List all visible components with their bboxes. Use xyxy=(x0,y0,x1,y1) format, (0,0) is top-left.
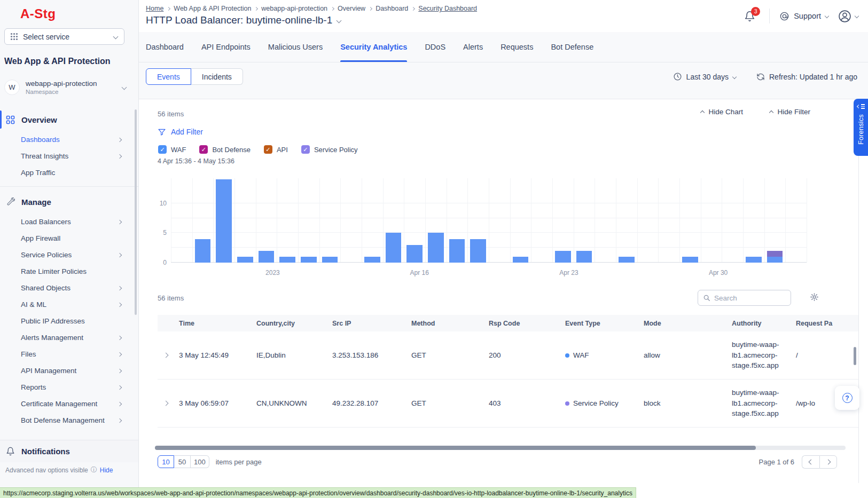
add-filter-button[interactable]: Add Filter xyxy=(158,128,203,136)
row-expand-icon[interactable] xyxy=(158,353,179,357)
chart-bar[interactable] xyxy=(682,257,698,263)
row-expand-icon[interactable] xyxy=(158,401,179,405)
sidebar-item-shared-objects[interactable]: Shared Objects xyxy=(0,280,138,296)
sidebar-item-bot-defense-management[interactable]: Bot Defense Management xyxy=(0,412,138,429)
tab-security-analytics[interactable]: Security Analytics xyxy=(340,32,407,62)
view-toggle-events[interactable]: Events xyxy=(146,68,191,85)
chart-bar[interactable] xyxy=(195,239,210,263)
chart-bar[interactable] xyxy=(470,239,486,263)
horizontal-scrollbar[interactable] xyxy=(155,446,846,450)
chart-bar[interactable] xyxy=(322,257,338,263)
title-dropdown-icon[interactable] xyxy=(337,18,342,23)
hide-filter-button[interactable]: Hide Filter xyxy=(770,108,810,116)
chart-bar[interactable] xyxy=(216,179,231,263)
sidebar-item-notifications[interactable]: Notifications xyxy=(0,440,138,462)
tab-alerts[interactable]: Alerts xyxy=(463,32,483,62)
sidebar-item-service-policies[interactable]: Service Policies xyxy=(0,247,138,263)
sidebar-item-load-balancers[interactable]: Load Balancers xyxy=(0,214,138,230)
breadcrumb-home[interactable]: Home xyxy=(146,5,163,12)
legend-item-waf[interactable]: ✓WAF xyxy=(158,145,186,154)
chart-bar[interactable] xyxy=(364,257,380,263)
time-range-selector[interactable]: Last 30 days xyxy=(673,72,736,81)
chart-bar[interactable] xyxy=(449,239,465,263)
sidebar-item-dashboards[interactable]: Dashboards xyxy=(0,131,138,148)
column-header-event-type[interactable]: Event Type xyxy=(565,320,644,327)
nav-section-manage[interactable]: Manage xyxy=(0,190,138,214)
hide-chart-button[interactable]: Hide Chart xyxy=(701,108,743,116)
per-page-option-10[interactable]: 10 xyxy=(158,455,174,468)
chart-bar[interactable] xyxy=(576,251,592,263)
previous-page-button[interactable] xyxy=(802,455,819,469)
nav-section-overview[interactable]: Overview xyxy=(0,108,138,131)
select-service-dropdown[interactable]: Select service xyxy=(4,28,124,45)
sidebar-item-public-ip-addresses[interactable]: Public IP Addresses xyxy=(0,313,138,329)
column-header-authority[interactable]: Authority xyxy=(732,320,796,327)
column-header-country-city[interactable]: Country,city xyxy=(256,320,332,327)
chart-bar[interactable] xyxy=(237,257,253,263)
chart-bar[interactable] xyxy=(386,233,401,263)
checkbox-checked-icon[interactable]: ✓ xyxy=(158,145,167,154)
breadcrumb-webapp-api-protection[interactable]: webapp-api-protection xyxy=(261,5,327,12)
account-menu[interactable] xyxy=(838,10,858,23)
chart-bar[interactable] xyxy=(555,251,570,263)
table-settings-gear-icon[interactable] xyxy=(810,293,819,302)
column-header-request-pa[interactable]: Request Pa xyxy=(796,320,859,327)
chart-bar[interactable] xyxy=(406,245,422,263)
table-row[interactable]: 3 May 06:59:07CN,UNKNOWN49.232.28.107GET… xyxy=(158,380,859,428)
column-header-mode[interactable]: Mode xyxy=(644,320,732,327)
tab-dashboard[interactable]: Dashboard xyxy=(146,32,184,62)
search-input[interactable] xyxy=(714,294,809,302)
support-menu[interactable]: Support xyxy=(779,11,828,21)
vertical-scrollbar-thumb[interactable] xyxy=(854,347,856,365)
horizontal-scrollbar-thumb[interactable] xyxy=(155,446,756,450)
forensics-panel-tab[interactable]: Forensics xyxy=(854,99,868,156)
column-header-time[interactable]: Time xyxy=(179,320,256,327)
tab-bot-defense[interactable]: Bot Defense xyxy=(551,32,593,62)
sidebar-item-threat-insights[interactable]: Threat Insights xyxy=(0,148,138,164)
hide-advanced-nav-link[interactable]: Hide xyxy=(100,467,113,474)
sidebar-item-ai-ml[interactable]: AI & ML xyxy=(0,296,138,313)
chart-bar[interactable] xyxy=(767,251,783,257)
chart-bar[interactable] xyxy=(746,257,761,263)
chart-bar[interactable] xyxy=(259,251,274,263)
checkbox-checked-icon[interactable]: ✓ xyxy=(199,145,208,154)
chart-bar[interactable] xyxy=(619,257,634,263)
namespace-selector[interactable]: W webapp-api-protection Namespace xyxy=(4,76,132,98)
legend-item-bot-defense[interactable]: ✓Bot Defense xyxy=(199,145,251,154)
sidebar-item-reports[interactable]: Reports xyxy=(0,379,138,396)
sidebar-item-app-traffic[interactable]: App Traffic xyxy=(0,164,138,181)
legend-item-service-policy[interactable]: ✓Service Policy xyxy=(301,145,358,154)
table-row[interactable]: 3 May 12:45:49IE,Dublin3.253.153.186GET2… xyxy=(158,331,859,380)
sidebar-item-files[interactable]: Files xyxy=(0,346,138,362)
tab-ddos[interactable]: DDoS xyxy=(425,32,445,62)
per-page-option-50[interactable]: 50 xyxy=(174,455,191,468)
column-header-method[interactable]: Method xyxy=(411,320,489,327)
chart-bar[interactable] xyxy=(428,233,443,263)
sidebar-scrollbar[interactable] xyxy=(135,109,137,315)
column-header-src-ip[interactable]: Src IP xyxy=(332,320,411,327)
chart-bar[interactable] xyxy=(301,257,316,263)
breadcrumb-web-app-api-protection[interactable]: Web App & API Protection xyxy=(174,5,251,12)
tab-requests[interactable]: Requests xyxy=(501,32,533,62)
breadcrumb-security-dashboard[interactable]: Security Dashboard xyxy=(418,5,477,12)
next-page-button[interactable] xyxy=(819,455,837,469)
legend-item-api[interactable]: ✓API xyxy=(264,145,288,154)
chart-bar[interactable] xyxy=(513,257,528,263)
breadcrumb-dashboard[interactable]: Dashboard xyxy=(376,5,408,12)
tab-malicious-users[interactable]: Malicious Users xyxy=(268,32,323,62)
chart-bar[interactable] xyxy=(279,257,295,263)
sidebar-item-certificate-management[interactable]: Certificate Management xyxy=(0,396,138,412)
chart-bar[interactable] xyxy=(767,257,783,263)
refresh-control[interactable]: Refresh: Updated 1 hr ago xyxy=(756,73,857,81)
sidebar-item-rate-limiter-policies[interactable]: Rate Limiter Policies xyxy=(0,263,138,280)
notifications-bell-button[interactable]: 3 xyxy=(744,11,755,22)
column-header-rsp-code[interactable]: Rsp Code xyxy=(489,320,565,327)
tab-api-endpoints[interactable]: API Endpoints xyxy=(201,32,251,62)
sidebar-item-alerts-management[interactable]: Alerts Management xyxy=(0,329,138,346)
checkbox-checked-icon[interactable]: ✓ xyxy=(264,145,272,154)
checkbox-checked-icon[interactable]: ✓ xyxy=(301,145,310,154)
sidebar-item-api-management[interactable]: API Management xyxy=(0,362,138,379)
breadcrumb-overview[interactable]: Overview xyxy=(338,5,365,12)
help-button[interactable]: ? xyxy=(835,386,859,410)
sidebar-item-app-firewall[interactable]: App Firewall xyxy=(0,230,138,247)
